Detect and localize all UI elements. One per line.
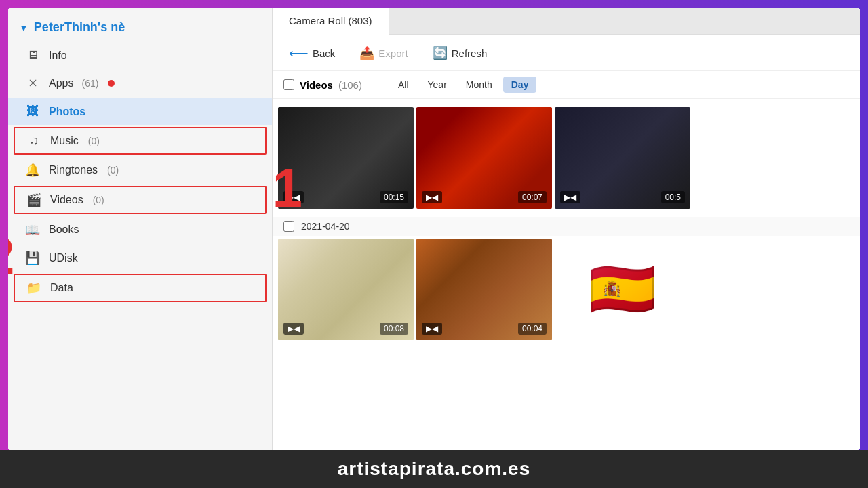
videos-filter-count: (106) bbox=[338, 79, 362, 91]
filter-year-btn[interactable]: Year bbox=[420, 77, 455, 93]
sidebar-item-label: Photos bbox=[49, 106, 85, 118]
apps-count: (61) bbox=[81, 78, 98, 89]
filter-all-btn[interactable]: All bbox=[390, 77, 417, 93]
videos-checkbox[interactable] bbox=[283, 79, 294, 90]
footer-text: artistapirata.com.es bbox=[338, 458, 531, 480]
chevron-icon: ▼ bbox=[19, 22, 28, 33]
data-icon: 📁 bbox=[26, 281, 42, 296]
tab-camera-roll[interactable]: Camera Roll (803) bbox=[273, 8, 389, 35]
video-overlay: ▶◀ 00:04 bbox=[422, 323, 547, 335]
sidebar-item-info[interactable]: 🖥 Info bbox=[8, 41, 272, 69]
music-count: (0) bbox=[88, 136, 100, 146]
video-duration: 00:07 bbox=[518, 191, 547, 203]
date-section-top: ▶◀ 00:15 ▶◀ 00:07 ▶◀ 00:5 bbox=[273, 104, 860, 211]
photo-thumb[interactable]: ▶◀ 00:04 bbox=[416, 239, 552, 340]
ringtones-count: (0) bbox=[107, 165, 119, 176]
sidebar-item-label: Data bbox=[50, 282, 73, 294]
divider bbox=[376, 78, 376, 92]
refresh-label: Refresh bbox=[452, 47, 488, 59]
video-duration: 00:04 bbox=[518, 323, 547, 335]
video-overlay: ▶◀ 00:07 bbox=[422, 191, 547, 203]
sidebar-item-books[interactable]: 📖 Books bbox=[8, 216, 272, 244]
video-icon: ▶◀ bbox=[283, 323, 304, 335]
videos-icon: 🎬 bbox=[26, 192, 42, 207]
video-icon: ▶◀ bbox=[560, 191, 580, 203]
video-overlay: ▶◀ 00:08 bbox=[283, 323, 408, 335]
device-header[interactable]: ▼ PeterThinh's nè bbox=[8, 14, 272, 41]
back-label: Back bbox=[313, 47, 335, 59]
refresh-button[interactable]: 🔄 Refresh bbox=[427, 43, 493, 63]
filter-bar: Videos (106) All Year Month Day bbox=[273, 71, 860, 99]
date-section-bottom: ▶◀ 00:08 ▶◀ 00:04 🇪🇸 bbox=[273, 236, 860, 343]
sidebar-item-apps[interactable]: ✳ Apps (61) bbox=[8, 69, 272, 98]
books-icon: 📖 bbox=[24, 222, 41, 237]
photo-thumb[interactable]: ▶◀ 00:07 bbox=[416, 107, 552, 209]
photos-icon: 🖼 bbox=[24, 104, 41, 119]
filter-day-btn[interactable]: Day bbox=[503, 77, 537, 93]
sidebar-item-label: Books bbox=[49, 224, 79, 236]
sidebar-item-label: Videos bbox=[50, 194, 83, 206]
tab-label: Camera Roll (803) bbox=[289, 15, 372, 26]
toolbar: ⟵ Back 📤 Export 🔄 Refresh bbox=[273, 35, 860, 71]
video-icon: ▶◀ bbox=[283, 191, 304, 203]
date-checkbox[interactable] bbox=[283, 221, 294, 232]
sidebar-item-music[interactable]: ♫ Music (0) bbox=[14, 127, 267, 155]
photo-grid-top: ▶◀ 00:15 ▶◀ 00:07 ▶◀ 00:5 bbox=[273, 104, 860, 211]
flag-thumbnail[interactable]: 🇪🇸 bbox=[555, 239, 690, 340]
videos-filter-label: Videos bbox=[300, 79, 333, 91]
sidebar-item-label: Info bbox=[49, 49, 67, 62]
videos-filter[interactable]: Videos (106) bbox=[283, 79, 362, 91]
sidebar-item-label: Apps bbox=[49, 77, 73, 89]
video-overlay: ▶◀ 00:5 bbox=[560, 191, 685, 203]
back-button[interactable]: ⟵ Back bbox=[283, 42, 340, 64]
video-duration: 00:15 bbox=[380, 191, 408, 203]
photo-thumb[interactable]: ▶◀ 00:15 bbox=[278, 107, 414, 209]
device-name: PeterThinh's nè bbox=[34, 20, 125, 35]
main-content: Camera Roll (803) ⟵ Back 📤 Export 🔄 Refr… bbox=[273, 8, 860, 450]
sidebar-item-udisk[interactable]: 💾 UDisk bbox=[8, 244, 272, 272]
filter-buttons: All Year Month Day bbox=[390, 77, 536, 93]
video-duration: 00:5 bbox=[661, 191, 685, 203]
apps-icon: ✳ bbox=[24, 76, 41, 91]
back-icon: ⟵ bbox=[289, 45, 309, 61]
photo-area: ▶◀ 00:15 ▶◀ 00:07 ▶◀ 00:5 bbox=[273, 99, 860, 450]
sidebar-item-data[interactable]: 📁 Data bbox=[14, 274, 267, 302]
apps-badge bbox=[108, 80, 115, 87]
music-icon: ♫ bbox=[26, 134, 42, 148]
udisk-icon: 💾 bbox=[24, 251, 41, 266]
date-header: 2021-04-20 bbox=[273, 217, 860, 236]
photo-thumb[interactable]: ▶◀ 00:5 bbox=[555, 107, 690, 209]
video-icon: ▶◀ bbox=[422, 323, 442, 335]
sidebar-item-photos[interactable]: 🖼 Photos bbox=[8, 98, 272, 125]
video-duration: 00:08 bbox=[380, 323, 408, 335]
sidebar-item-label: UDisk bbox=[49, 252, 78, 264]
export-label: Export bbox=[378, 47, 408, 59]
date-label: 2021-04-20 bbox=[301, 221, 350, 232]
photo-grid-bottom: ▶◀ 00:08 ▶◀ 00:04 🇪🇸 bbox=[273, 236, 860, 343]
refresh-icon: 🔄 bbox=[433, 45, 448, 60]
info-icon: 🖥 bbox=[24, 48, 41, 62]
video-icon: ▶◀ bbox=[422, 191, 442, 203]
sidebar-item-videos[interactable]: 🎬 Videos (0) bbox=[14, 186, 267, 214]
photo-thumb[interactable]: ▶◀ 00:08 bbox=[278, 239, 414, 340]
footer-bar: artistapirata.com.es bbox=[0, 450, 868, 488]
filter-month-btn[interactable]: Month bbox=[458, 77, 500, 93]
video-overlay: ▶◀ 00:15 bbox=[283, 191, 408, 203]
sidebar-item-label: Ringtones bbox=[49, 164, 98, 176]
sidebar-item-label: Music bbox=[50, 135, 79, 147]
sidebar: ▼ PeterThinh's nè 🖥 Info ✳ Apps (61) 🖼 P… bbox=[8, 8, 273, 450]
ringtones-icon: 🔔 bbox=[24, 163, 41, 178]
videos-count: (0) bbox=[93, 195, 104, 205]
sidebar-item-ringtones[interactable]: 🔔 Ringtones (0) bbox=[8, 156, 272, 184]
export-icon: 📤 bbox=[359, 45, 374, 60]
tabs-bar: Camera Roll (803) bbox=[273, 8, 860, 35]
export-button[interactable]: 📤 Export bbox=[354, 43, 413, 63]
